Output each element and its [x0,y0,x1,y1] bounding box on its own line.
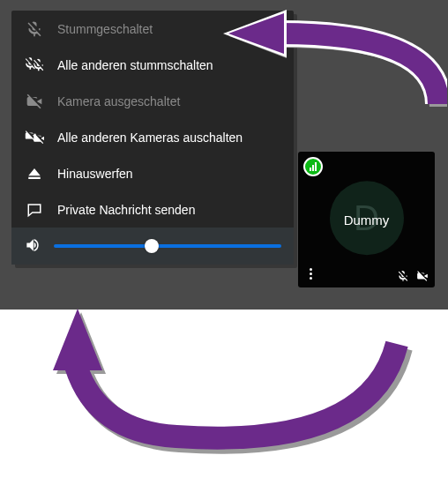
volume-slider-thumb[interactable] [145,239,159,253]
chat-icon [24,199,45,220]
menu-item-private-message[interactable]: Private Nachricht senden [11,191,294,228]
menu-item-label: Hinauswerfen [57,167,133,181]
menu-item-camera-off-all[interactable]: Alle anderen Kameras auschalten [11,119,294,155]
camera-off-all-icon [24,127,45,148]
menu-item-label: Alle anderen Kameras auschalten [57,131,243,145]
mic-muted-status-icon [397,270,409,282]
camera-off-status-icon [415,270,429,282]
participant-context-menu: Stummgeschaltet Alle anderen stummschalt… [11,11,294,265]
participant-name: Dummy [344,213,390,228]
menu-item-kick-out[interactable]: Hinauswerfen [11,155,294,191]
annotation-arrow-bottom [18,282,414,476]
menu-item-label: Private Nachricht senden [57,203,195,217]
svg-marker-4 [53,309,102,370]
volume-row [11,228,294,265]
menu-item-camera-off: Kamera ausgeschaltet [11,83,294,119]
volume-slider[interactable] [54,244,281,248]
menu-item-muted: Stummgeschaltet [11,11,294,47]
more-options-button[interactable] [304,265,317,281]
volume-icon [24,236,43,256]
participant-tile[interactable]: D Dummy [298,152,435,287]
mic-muted-icon [24,19,45,40]
mic-mute-all-icon [24,55,45,76]
connection-quality-icon[interactable] [303,157,323,176]
menu-item-label: Kamera ausgeschaltet [57,94,180,108]
status-icons [397,270,429,282]
menu-item-label: Stummgeschaltet [57,22,153,36]
camera-off-icon [24,91,45,112]
menu-item-label: Alle anderen stummschalten [57,58,213,72]
eject-icon [24,163,45,184]
svg-marker-3 [56,312,106,374]
menu-item-mute-all[interactable]: Alle anderen stummschalten [11,47,294,83]
